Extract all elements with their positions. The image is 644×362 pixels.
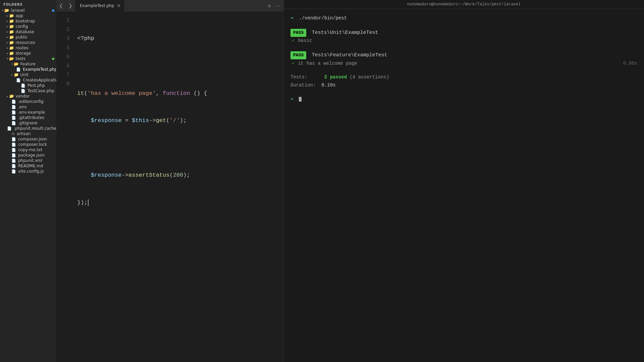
sidebar-item-vendor[interactable]: ▸📁vendor xyxy=(0,94,56,99)
chevron-icon: ▸ xyxy=(7,46,8,50)
sidebar-item-public[interactable]: ▸📁public xyxy=(0,35,56,40)
code-content: <?php it('has a welcome page', function … xyxy=(72,12,283,362)
sidebar-item-.env[interactable]: 📄.env xyxy=(0,104,56,110)
split-editor-button[interactable]: + xyxy=(266,2,273,9)
folder-icon: 📂 xyxy=(4,8,9,13)
file-icon: 📄 xyxy=(11,169,16,174)
sidebar-item-artisan[interactable]: ⚙artisan xyxy=(0,131,56,136)
code-editor[interactable]: 1 2 3 4 5 6 7 8 <?php it('has a welcome … xyxy=(56,12,283,362)
sidebar-item-.editorconfig[interactable]: 📄.editorconfig xyxy=(0,99,56,104)
chevron-icon: ▸ xyxy=(11,73,13,76)
tests-passed-count: 2 passed xyxy=(324,74,347,80)
sidebar-item-label: .gitattributes xyxy=(18,115,44,120)
folder-icon: 📁 xyxy=(9,13,14,18)
nav-forward-button[interactable]: ❯ xyxy=(66,0,75,12)
sidebar-item-resources[interactable]: ▸📁resources xyxy=(0,40,56,45)
folder-icon: 📁 xyxy=(9,94,14,99)
folder-icon: 📂 xyxy=(9,56,14,61)
terminal-summary: Tests: 2 passed (4 assertions) Duration:… xyxy=(290,73,637,89)
sidebar-item-storage[interactable]: ▸📁storage xyxy=(0,51,56,56)
sidebar-item-label: ExampleTest.php xyxy=(23,67,56,72)
file-icon: 📄 xyxy=(11,148,16,152)
sidebar-item-README.md[interactable]: 📄README.md xyxy=(0,163,56,169)
sidebar-item-label: phpunit.xml xyxy=(18,158,42,163)
chevron-icon: ▸ xyxy=(7,52,8,55)
file-icon: 📄 xyxy=(11,100,16,104)
sidebar-item-config[interactable]: ▸📁config xyxy=(0,24,56,29)
sidebar-item-package.json[interactable]: 📄package.json xyxy=(0,153,56,158)
sidebar-item-.gitattributes[interactable]: 📄.gitattributes xyxy=(0,115,56,120)
terminal-command-line: ➜ ./vendor/bin/pest xyxy=(290,14,637,22)
sidebar-item-label: TestCase.php xyxy=(28,88,54,93)
sidebar-item-label: vendor xyxy=(16,94,30,99)
sidebar-item-Feature[interactable]: ▾📂Feature xyxy=(0,61,56,67)
sidebar-item-label: resources xyxy=(16,40,35,45)
subtest-welcome-label: it has a welcome page xyxy=(297,61,357,66)
file-icon: 📄 xyxy=(7,126,12,131)
folder-icon: 📁 xyxy=(9,35,14,40)
sidebar-item-composer.lock[interactable]: 📄composer.lock xyxy=(0,142,56,147)
folder-icon: 📁 xyxy=(9,19,14,23)
sidebar-item-composer.json[interactable]: 📄composer.json xyxy=(0,136,56,142)
file-icon: 📄 xyxy=(11,116,16,120)
sidebar-item-vite.config.js[interactable]: 📄vite.config.js xyxy=(0,169,56,174)
sidebar-item-laravel[interactable]: ▾📂laravel xyxy=(0,8,56,13)
sidebar-item-.env.example[interactable]: 📄.env.example xyxy=(0,110,56,115)
tab-close-button[interactable]: ✕ xyxy=(117,3,121,8)
sidebar-item-Pest.php[interactable]: 📄Pest.php xyxy=(0,83,56,88)
sidebar-item-bootstrap[interactable]: ▸📁bootstrap xyxy=(0,18,56,24)
sidebar-item-database[interactable]: ▸📁database xyxy=(0,29,56,35)
sidebar-item-label: config xyxy=(16,24,28,29)
sidebar-item-CreatesApplication.php[interactable]: 📄CreatesApplication.php xyxy=(0,77,56,83)
sidebar-item-Unit[interactable]: ▸📁Unit xyxy=(0,72,56,77)
check-icon-basic: ✓ xyxy=(292,38,294,43)
sidebar-item-label: composer.lock xyxy=(18,142,47,147)
sidebar-item-label: tests xyxy=(16,56,25,61)
folder-icon: 📁 xyxy=(14,72,19,77)
sidebar-item-tests[interactable]: ▾📂tests xyxy=(0,56,56,61)
tab-actions: + ⋯ xyxy=(266,2,283,9)
file-icon: 📄 xyxy=(11,110,16,115)
sidebar-item-copy-me.txt[interactable]: 📄copy-me.txt xyxy=(0,147,56,153)
sidebar-tree: ▾📂laravel▸📁app▸📁bootstrap▸📁config▸📁datab… xyxy=(0,8,56,174)
sidebar-item-.gitignore[interactable]: 📄.gitignore xyxy=(0,120,56,126)
file-icon: 📄 xyxy=(11,159,16,163)
sidebar-item-routes[interactable]: ▸📁routes xyxy=(0,45,56,51)
sidebar-item-label: app xyxy=(16,13,23,18)
chevron-icon: ▸ xyxy=(7,41,8,44)
sidebar-item-label: Unit xyxy=(20,72,29,77)
sidebar-item-label: .phpunit.result.cache xyxy=(14,126,56,131)
sidebar-item-label: laravel xyxy=(11,8,25,13)
file-icon: 📄 xyxy=(11,137,16,141)
tab-bar: ❮ ❯ ExampleTest.php ✕ + ⋯ xyxy=(56,0,283,12)
folder-icon: 📁 xyxy=(9,29,14,34)
sidebar-item-label: database xyxy=(16,29,35,34)
sidebar-item-ExampleTest.php[interactable]: 📄ExampleTest.php xyxy=(0,67,56,72)
sidebar-item-label: .gitignore xyxy=(18,121,37,125)
sidebar-item-app[interactable]: ▸📁app xyxy=(0,13,56,18)
terminal-duration-line: Duration: 0.10s xyxy=(290,81,637,89)
chevron-icon: ▾ xyxy=(2,9,4,12)
sidebar-item-.phpunit.result.cache[interactable]: 📄.phpunit.result.cache xyxy=(0,126,56,131)
sidebar-item-TestCase.php[interactable]: 📄TestCase.php xyxy=(0,88,56,94)
folder-icon: 📁 xyxy=(9,51,14,56)
file-icon: 📄 xyxy=(11,105,16,109)
terminal-titlebar: nunomaduro@nunomaduro:~/Work/Talks/pest/… xyxy=(284,0,644,9)
terminal: nunomaduro@nunomaduro:~/Work/Talks/pest/… xyxy=(283,0,644,362)
editor-tab-exampletest[interactable]: ExampleTest.php ✕ xyxy=(75,0,124,12)
file-icon: 📄 xyxy=(16,67,21,72)
terminal-body[interactable]: ➜ ./vendor/bin/pest PASS Tests\Unit\Exam… xyxy=(284,9,644,362)
nav-back-button[interactable]: ❮ xyxy=(56,0,66,12)
duration-value: 0.10s xyxy=(321,82,335,88)
sidebar-item-label: Feature xyxy=(20,62,36,66)
line-numbers: 1 2 3 4 5 6 7 8 xyxy=(56,12,72,362)
chevron-icon: ▾ xyxy=(7,57,8,60)
chevron-icon: ▸ xyxy=(7,95,8,98)
more-actions-button[interactable]: ⋯ xyxy=(274,2,281,9)
terminal-result-feature: PASS Tests\Feature\ExampleTest ✓it has a… xyxy=(290,51,637,67)
feature-subtest-left: ✓it has a welcome page xyxy=(292,60,357,68)
terminal-next-prompt: ➜ xyxy=(290,97,293,102)
sidebar-item-phpunit.xml[interactable]: 📄phpunit.xml xyxy=(0,158,56,163)
chevron-icon: ▸ xyxy=(7,30,8,34)
file-icon: 📄 xyxy=(16,78,21,82)
